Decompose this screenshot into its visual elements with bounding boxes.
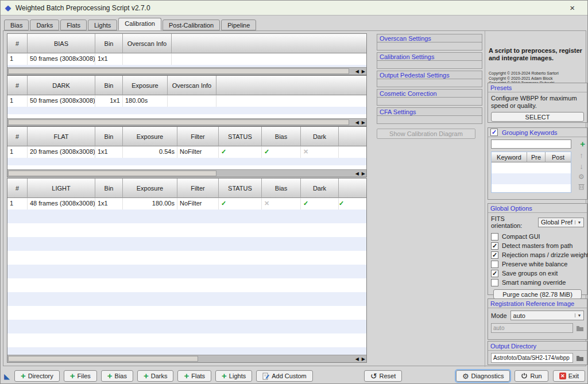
tab-flats[interactable]: Flats [60,20,87,30]
checkbox[interactable] [491,279,498,286]
section-header-link[interactable]: Calibration Settings [377,52,482,61]
tab-pipeline[interactable]: Pipeline [221,20,256,30]
column-header[interactable]: Exposure [123,127,177,146]
scrollbar-thumb[interactable] [8,119,349,125]
scroll-right-icon[interactable]: ▶ [362,120,365,125]
browse-folder-icon[interactable] [576,325,584,332]
column-header[interactable]: # [7,179,28,198]
checkbox[interactable]: ✓ [491,242,498,250]
column-header[interactable]: Filter [177,127,219,146]
scrollbar-thumb[interactable] [8,356,198,362]
keyword-input[interactable] [491,139,571,149]
column-header[interactable]: LIGHT [28,179,95,198]
scrollbar-thumb[interactable] [8,68,349,74]
purge-cache-button[interactable]: Purge cache (82.78 MiB) [493,289,582,299]
reset-button[interactable]: ↺ Reset [364,370,402,382]
checkbox[interactable]: ✓ [491,270,498,277]
tab-darks[interactable]: Darks [30,20,59,30]
add-darks-button[interactable]: + Darks [137,370,174,382]
scroll-right-icon[interactable]: ▶ [362,356,365,362]
scrollbar-thumb[interactable] [8,170,216,176]
registration-reference-header-link[interactable]: Registration Reference Image [488,299,587,308]
add-custom-button[interactable]: Add Custom [256,370,313,382]
scroll-left-icon[interactable]: ◀ [355,69,359,74]
table-row[interactable]: 1 50 frames (3008x3008) 1x1 180.00s [7,95,366,107]
checkbox[interactable]: ✓ [491,251,498,259]
rejection-maps-option[interactable]: ✓ Rejection maps / drizzle weights [491,250,584,259]
exit-button[interactable]: ✕ Exit [553,370,585,382]
column-header[interactable]: Bin [95,179,123,198]
tab-calibration[interactable]: Calibration [118,18,161,30]
column-header[interactable]: Bin [95,76,123,95]
column-header[interactable]: Filter [177,179,219,198]
column-header[interactable]: Overscan Info [168,76,216,95]
table-row[interactable]: 1 48 frames (3008x3008) 1x1 180.00s NoFi… [7,198,366,210]
scroll-right-icon[interactable]: ▶ [362,171,365,176]
run-button[interactable]: Run [514,370,548,382]
keyword-settings-gear-icon[interactable]: ⚙ [578,173,585,181]
compact-gui-option[interactable]: Compact GUI [491,232,584,241]
scroll-left-icon[interactable]: ◀ [355,120,359,125]
bias-hscrollbar[interactable]: ◀ ▶ [7,67,366,75]
column-header[interactable]: Bias [262,127,301,146]
column-header[interactable]: Keyword [492,152,527,162]
column-header[interactable]: Exposure [123,179,177,198]
global-options-header-link[interactable]: Global Options [488,204,587,213]
section-header-link[interactable]: CFA Settings [377,107,482,116]
add-keyword-icon[interactable]: + [580,140,585,148]
smart-naming-option[interactable]: Smart naming override [491,278,584,287]
presets-header-link[interactable]: Presets [488,83,587,92]
mode-select[interactable]: auto ▼ [510,311,584,320]
move-down-icon[interactable]: ↓ [579,162,583,170]
table-row[interactable]: 1 50 frames (3008x3008) 1x1 [7,53,366,65]
preserve-white-balance-option[interactable]: Preserve white balance [491,259,584,269]
delete-keyword-trash-icon[interactable] [578,183,585,190]
close-icon[interactable]: × [562,3,583,13]
column-header[interactable]: DARK [28,76,95,95]
column-header[interactable]: FLAT [28,127,95,146]
scroll-left-icon[interactable]: ◀ [355,171,359,176]
tab-bias[interactable]: Bias [4,20,29,30]
tab-lights[interactable]: Lights [88,20,117,30]
column-header[interactable]: # [7,127,28,146]
column-header[interactable]: Post [546,152,571,162]
save-groups-option[interactable]: ✓ Save groups on exit [491,269,584,278]
checkbox[interactable] [491,261,498,268]
tab-post-calibration[interactable]: Post-Calibration [163,20,220,30]
select-preset-button[interactable]: SELECT [491,112,584,122]
add-directory-button[interactable]: + Directory [14,370,60,382]
move-up-icon[interactable]: ↑ [579,151,583,160]
dark-hscrollbar[interactable]: ◀ ▶ [7,118,366,126]
add-lights-button[interactable]: + Lights [215,370,252,382]
scroll-left-icon[interactable]: ◀ [355,356,359,362]
add-flats-button[interactable]: + Flats [177,370,211,382]
add-bias-button[interactable]: + Bias [101,370,133,382]
add-files-button[interactable]: + Files [64,370,97,382]
detect-masters-option[interactable]: ✓ Detect masters from path [491,241,584,250]
flat-hscrollbar[interactable]: ◀ ▶ [7,169,366,177]
browse-output-folder-icon[interactable] [576,355,584,362]
section-header-link[interactable]: Overscan Settings [377,34,482,42]
column-header[interactable]: Dark [301,127,339,146]
grouping-keywords-checkbox[interactable]: ✓ [490,129,498,136]
output-directory-field[interactable]: Astrofoto/Data/SH2-174/wbpp [491,353,573,363]
grouping-keywords-link[interactable]: Grouping Keywords [502,128,558,137]
column-header[interactable]: # [7,76,28,95]
column-header[interactable]: Dark [301,179,339,198]
column-header[interactable]: STATUS [219,127,262,146]
column-header[interactable]: BIAS [28,34,95,53]
table-row[interactable]: 1 20 frames (3008x3008) 1x1 0.54s NoFilt… [7,146,366,158]
diagnostics-button[interactable]: ⚙ Diagnostics [456,370,510,382]
column-header[interactable]: # [7,34,28,53]
scroll-right-icon[interactable]: ▶ [362,69,365,74]
section-header-link[interactable]: Cosmetic Correction [377,89,482,98]
column-header[interactable]: Exposure [123,76,168,95]
column-header[interactable]: Bias [262,179,301,198]
section-header-link[interactable]: Output Pedestal Settings [377,71,482,79]
light-hscrollbar[interactable]: ◀ ▶ [7,355,366,362]
output-directory-header-link[interactable]: Output Directory [488,342,587,351]
fits-orientation-select[interactable]: Global Pref ▼ [538,218,584,227]
column-header[interactable]: STATUS [219,179,262,198]
column-header[interactable]: Overscan Info [123,34,172,53]
resize-triangle-icon[interactable]: ◣ [4,372,10,381]
